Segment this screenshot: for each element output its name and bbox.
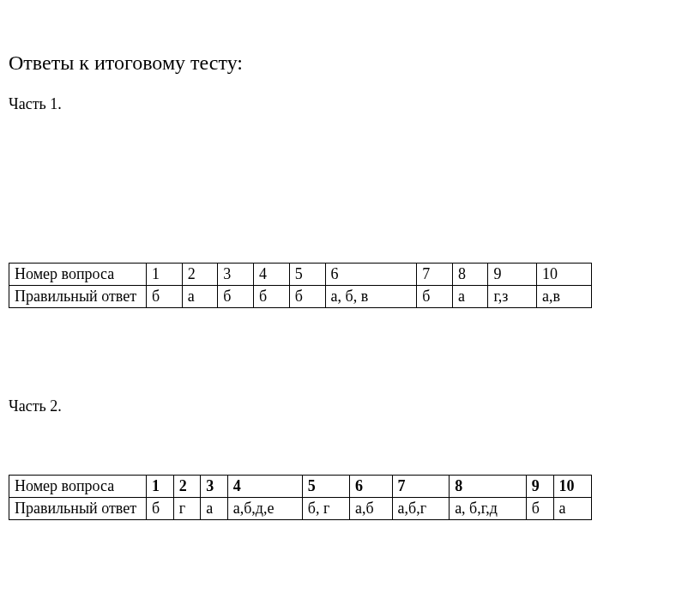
page-title: Ответы к итоговому тесту: — [9, 52, 691, 75]
col-header: 1 — [147, 264, 183, 286]
col-header: 10 — [553, 476, 591, 498]
correct-answer-header: Правильный ответ — [9, 498, 147, 520]
table-row: Правильный ответ б г а а,б,д,е б, г а,б … — [9, 498, 592, 520]
col-header: 9 — [526, 476, 553, 498]
col-header: 4 — [253, 264, 289, 286]
answer-cell: а, б,г,д — [450, 498, 527, 520]
answer-cell: а,б — [349, 498, 392, 520]
col-header: 2 — [173, 476, 200, 498]
col-header: 6 — [325, 264, 417, 286]
col-header: 8 — [450, 476, 527, 498]
table-row: Номер вопроса 1 2 3 4 5 6 7 8 9 10 — [9, 264, 592, 286]
col-header: 5 — [302, 476, 349, 498]
col-header: 9 — [488, 264, 536, 286]
col-header: 4 — [227, 476, 302, 498]
answer-cell: а — [201, 498, 227, 520]
col-header: 6 — [349, 476, 392, 498]
correct-answer-header: Правильный ответ — [9, 286, 147, 308]
answer-cell: г — [173, 498, 200, 520]
answer-cell: б — [417, 286, 453, 308]
col-header: 10 — [536, 264, 591, 286]
part2-label: Часть 2. — [9, 397, 691, 415]
part2-table: Номер вопроса 1 2 3 4 5 6 7 8 9 10 Прави… — [9, 475, 592, 520]
spacer — [9, 427, 691, 475]
col-header: 2 — [182, 264, 217, 286]
answer-cell: а,б,г — [392, 498, 450, 520]
answer-cell: б — [253, 286, 289, 308]
answer-cell: а, б, в — [325, 286, 417, 308]
answer-cell: б — [147, 498, 174, 520]
col-header: 3 — [218, 264, 254, 286]
col-header: 5 — [289, 264, 325, 286]
answer-cell: а — [182, 286, 217, 308]
question-number-header: Номер вопроса — [9, 264, 147, 286]
answer-cell: б — [218, 286, 254, 308]
col-header: 8 — [453, 264, 488, 286]
answer-cell: б — [147, 286, 183, 308]
answer-cell: а — [553, 498, 591, 520]
answer-cell: б — [526, 498, 553, 520]
col-header: 7 — [392, 476, 450, 498]
answer-cell: б, г — [302, 498, 349, 520]
col-header: 1 — [147, 476, 174, 498]
answer-cell: б — [289, 286, 325, 308]
col-header: 7 — [417, 264, 453, 286]
spacer — [9, 125, 691, 263]
part1-label: Часть 1. — [9, 95, 691, 113]
question-number-header: Номер вопроса — [9, 476, 147, 498]
table-row: Правильный ответ б а б б б а, б, в б а г… — [9, 286, 592, 308]
answer-cell: а,в — [536, 286, 591, 308]
col-header: 3 — [201, 476, 227, 498]
part1-table: Номер вопроса 1 2 3 4 5 6 7 8 9 10 Прави… — [9, 263, 592, 308]
table-row: Номер вопроса 1 2 3 4 5 6 7 8 9 10 — [9, 476, 592, 498]
spacer — [9, 308, 691, 385]
answer-cell: а — [453, 286, 488, 308]
answer-cell: г,з — [488, 286, 536, 308]
answer-cell: а,б,д,е — [227, 498, 302, 520]
